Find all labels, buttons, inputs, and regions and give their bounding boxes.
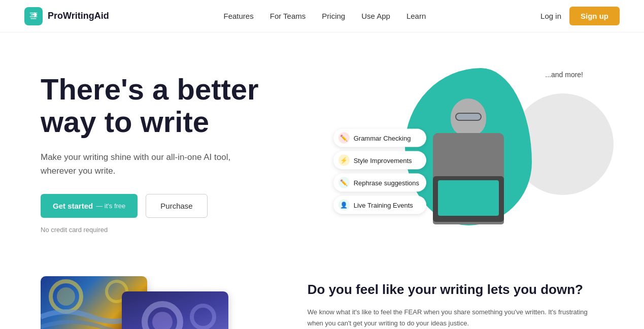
login-button[interactable]: Log in bbox=[540, 12, 561, 20]
training-label: Live Training Events bbox=[354, 201, 413, 209]
grammar-label: Grammar Checking bbox=[354, 134, 411, 142]
training-icon: 👤 bbox=[338, 200, 350, 211]
nav-for-teams[interactable]: For Teams bbox=[270, 12, 306, 20]
person-illustration bbox=[413, 98, 524, 246]
painting-card-2: My idea in my head bbox=[122, 291, 228, 329]
nav-pricing[interactable]: Pricing bbox=[322, 12, 345, 20]
main-nav: Features For Teams Pricing Use App Learn bbox=[224, 12, 426, 20]
hero-buttons: Get started — it's free Purchase bbox=[41, 194, 311, 218]
rephrase-icon: ✏️ bbox=[338, 177, 350, 188]
second-visual: My idea in my head bbox=[41, 276, 277, 329]
style-label: Style Improvements bbox=[354, 156, 412, 164]
feature-pill-rephrase: ✏️ Rephrase suggestions bbox=[333, 174, 426, 192]
second-title: Do you feel like your writing lets you d… bbox=[308, 281, 603, 299]
purchase-button[interactable]: Purchase bbox=[146, 194, 207, 218]
feature-pill-grammar: ✏️ Grammar Checking bbox=[333, 129, 426, 147]
brand-name: ProWritingAid bbox=[48, 11, 109, 21]
laptop-illustration bbox=[433, 176, 504, 222]
hero-title: There's a better way to write bbox=[41, 73, 311, 138]
header: ProWritingAid Features For Teams Pricing… bbox=[0, 0, 644, 32]
nav-features[interactable]: Features bbox=[224, 12, 254, 20]
hero-visual: ...and more! ✏️ Grammar Checking ⚡ Style… bbox=[333, 63, 603, 246]
svg-point-4 bbox=[152, 312, 173, 329]
grammar-icon: ✏️ bbox=[338, 133, 350, 144]
person-body bbox=[433, 133, 504, 224]
second-content: Do you feel like your writing lets you d… bbox=[308, 276, 603, 329]
laptop-screen bbox=[438, 180, 499, 216]
feature-pill-style: ⚡ Style Improvements bbox=[333, 151, 426, 170]
style-icon: ⚡ bbox=[338, 155, 350, 166]
nav-learn[interactable]: Learn bbox=[406, 12, 426, 20]
nav-actions: Log in Sign up bbox=[540, 7, 620, 25]
signup-button[interactable]: Sign up bbox=[569, 7, 620, 25]
svg-point-1 bbox=[57, 287, 75, 306]
second-text: We know what it's like to feel the FEAR … bbox=[308, 307, 603, 329]
hero-section: There's a better way to write Make your … bbox=[0, 32, 644, 266]
logo-area[interactable]: ProWritingAid bbox=[24, 7, 109, 25]
feature-pill-training: 👤 Live Training Events bbox=[333, 196, 426, 214]
feature-pills: ✏️ Grammar Checking ⚡ Style Improvements… bbox=[333, 129, 426, 214]
free-label: — it's free bbox=[96, 202, 125, 210]
no-credit-text: No credit card required bbox=[41, 226, 311, 234]
logo-icon bbox=[24, 7, 43, 25]
nav-use-app[interactable]: Use App bbox=[361, 12, 390, 20]
svg-point-5 bbox=[192, 306, 214, 328]
hero-content: There's a better way to write Make your … bbox=[41, 63, 311, 234]
person-glasses bbox=[455, 113, 482, 121]
second-section: My idea in my head Do you feel like your… bbox=[0, 266, 644, 329]
more-label: ...and more! bbox=[545, 71, 583, 79]
hero-subtitle: Make your writing shine with our all-in-… bbox=[41, 150, 254, 178]
rephrase-label: Rephrase suggestions bbox=[354, 179, 419, 186]
person-head bbox=[451, 98, 486, 137]
get-started-button[interactable]: Get started — it's free bbox=[41, 194, 138, 218]
